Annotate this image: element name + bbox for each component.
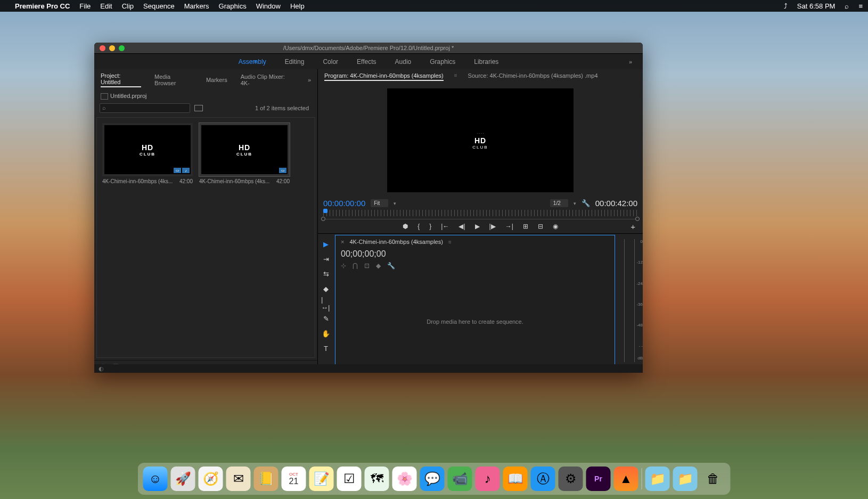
- ripple-edit-tool-icon[interactable]: ⇆: [321, 269, 331, 279]
- add-marker-timeline-icon[interactable]: ◆: [376, 262, 381, 269]
- dock-premiere-icon[interactable]: Pr: [586, 467, 611, 491]
- close-window-button[interactable]: [100, 45, 105, 51]
- linked-selection-icon[interactable]: ⊡: [364, 262, 370, 269]
- pen-tool-icon[interactable]: ✎: [321, 314, 331, 323]
- zoom-window-button[interactable]: [119, 45, 125, 51]
- go-to-out-icon[interactable]: →|: [505, 223, 513, 230]
- mark-out-icon[interactable]: }: [429, 223, 431, 230]
- workspace-color[interactable]: Color: [323, 58, 338, 66]
- export-frame-icon[interactable]: ◉: [553, 223, 558, 230]
- track-select-tool-icon[interactable]: ⇥: [321, 254, 331, 264]
- system-tray-icon[interactable]: ⤴: [784, 2, 788, 10]
- dock-calendar-icon[interactable]: OCT21: [282, 467, 306, 491]
- menu-file[interactable]: File: [79, 2, 91, 10]
- snap-icon[interactable]: ⋂: [353, 262, 358, 269]
- menu-sequence[interactable]: Sequence: [143, 2, 175, 10]
- insert-sequence-icon[interactable]: ⊹: [341, 262, 346, 269]
- tab-media-browser[interactable]: Media Browser: [154, 73, 193, 86]
- app-menu[interactable]: Premiere Pro CC: [15, 2, 70, 10]
- new-bin-from-search-icon[interactable]: [194, 105, 203, 111]
- dock-photos-icon[interactable]: 🌸: [392, 467, 417, 491]
- dock-ibooks-icon[interactable]: 📖: [503, 467, 528, 491]
- panel-tabs-overflow-icon[interactable]: »: [308, 77, 311, 83]
- extract-icon[interactable]: ⊟: [538, 223, 543, 230]
- dock-appstore-icon[interactable]: Ⓐ: [531, 467, 555, 491]
- dock-contacts-icon[interactable]: 📒: [254, 467, 279, 491]
- timeline-settings-icon[interactable]: 🔧: [387, 262, 395, 269]
- go-to-in-icon[interactable]: |←: [441, 223, 449, 230]
- dock-affinity-icon[interactable]: ▲: [614, 467, 638, 491]
- dock-reminders-icon[interactable]: ☑: [337, 467, 362, 491]
- project-search-input[interactable]: [100, 103, 190, 113]
- program-panel-menu-icon[interactable]: ≡: [454, 72, 457, 81]
- dock-folder-icon[interactable]: 📁: [645, 467, 670, 491]
- dock-launchpad-icon[interactable]: 🚀: [171, 467, 195, 491]
- workspace-effects[interactable]: Effects: [357, 58, 376, 66]
- menu-markers[interactable]: Markers: [184, 2, 209, 10]
- menubar-clock[interactable]: Sat 6:58 PM: [797, 2, 836, 10]
- control-center-icon[interactable]: ≡: [858, 2, 863, 10]
- tab-project[interactable]: Project: Untitled: [101, 72, 141, 87]
- menu-window[interactable]: Window: [256, 2, 281, 10]
- dock-notes-icon[interactable]: 📝: [309, 467, 334, 491]
- dock-itunes-icon[interactable]: ♪: [476, 467, 500, 491]
- minimize-window-button[interactable]: [109, 45, 115, 51]
- slip-tool-icon[interactable]: |↔|: [321, 299, 331, 308]
- tab-markers[interactable]: Markers: [206, 77, 227, 83]
- selection-tool-icon[interactable]: ▶: [321, 239, 331, 249]
- workspace-overflow-icon[interactable]: »: [629, 59, 632, 65]
- zoom-fit-dropdown[interactable]: Fit: [371, 199, 388, 207]
- settings-wrench-icon[interactable]: 🔧: [582, 199, 590, 207]
- clip-item[interactable]: HDCLUB ▭♪ 4K-Chimei-inn-60mbps (4ks...42…: [102, 123, 193, 184]
- lift-icon[interactable]: ⊞: [523, 223, 528, 230]
- playback-resolution-dropdown[interactable]: 1/2: [550, 199, 568, 207]
- mark-in-icon[interactable]: {: [417, 223, 420, 230]
- program-time-ruler[interactable]: [323, 210, 637, 219]
- titlebar[interactable]: /Users/dmx/Documents/Adobe/Premiere Pro/…: [94, 43, 643, 53]
- program-timecode-current[interactable]: 00:00:00:00: [323, 199, 365, 208]
- hand-tool-icon[interactable]: ✋: [321, 329, 331, 338]
- timeline-timecode[interactable]: 00;00;00;00: [335, 248, 615, 260]
- workspace-panel-menu-icon[interactable]: ≡: [254, 59, 258, 64]
- tab-source-monitor[interactable]: Source: 4K-Chimei-inn-60mbps (4ksamples)…: [468, 72, 598, 81]
- dock-maps-icon[interactable]: 🗺: [365, 467, 389, 491]
- step-back-icon[interactable]: ◀|: [458, 223, 465, 230]
- dock-facetime-icon[interactable]: 📹: [448, 467, 472, 491]
- playhead-icon[interactable]: [323, 209, 327, 213]
- dock-system-preferences-icon[interactable]: ⚙: [559, 467, 583, 491]
- menu-clip[interactable]: Clip: [122, 2, 134, 10]
- dock-trash-icon[interactable]: 🗑: [701, 467, 725, 491]
- workspace-graphics[interactable]: Graphics: [430, 58, 455, 66]
- play-icon[interactable]: ▶: [475, 223, 480, 230]
- timeline-panel-menu-icon[interactable]: ≡: [448, 239, 452, 245]
- spotlight-icon[interactable]: ⌕: [845, 2, 849, 10]
- project-bin[interactable]: HDCLUB ▭♪ 4K-Chimei-inn-60mbps (4ks...42…: [96, 117, 315, 358]
- type-tool-icon[interactable]: T: [321, 343, 331, 353]
- step-forward-icon[interactable]: |▶: [489, 223, 496, 230]
- menu-edit[interactable]: Edit: [100, 2, 112, 10]
- dock-messages-icon[interactable]: 💬: [420, 467, 445, 491]
- workspace-assembly[interactable]: Assembly: [239, 58, 266, 66]
- workspace-libraries[interactable]: Libraries: [474, 58, 498, 66]
- dock-finder-icon[interactable]: ☺: [143, 467, 168, 491]
- button-editor-icon[interactable]: +: [630, 222, 635, 231]
- sequence-name: 4K-Chimei-inn-60mbps (4ksamples): [349, 239, 443, 245]
- timeline-panel[interactable]: × 4K-Chimei-inn-60mbps (4ksamples) ≡ 00;…: [335, 235, 615, 372]
- dock-mail-icon[interactable]: ✉: [226, 467, 251, 491]
- tab-program-monitor[interactable]: Program: 4K-Chimei-inn-60mbps (4ksamples…: [324, 72, 444, 81]
- workspace-editing[interactable]: Editing: [285, 58, 305, 66]
- window-title: /Users/dmx/Documents/Adobe/Premiere Pro/…: [94, 45, 643, 51]
- menu-help[interactable]: Help: [290, 2, 305, 10]
- dock-safari-icon[interactable]: 🧭: [199, 467, 223, 491]
- add-marker-icon[interactable]: ⬢: [403, 223, 408, 230]
- workspace-audio[interactable]: Audio: [395, 58, 412, 66]
- clip-item-selected[interactable]: HDCLUB ▭ 4K-Chimei-inn-60mbps (4ks...42:…: [199, 123, 290, 184]
- clip-duration: 42:00: [179, 178, 193, 184]
- program-video-display[interactable]: · · · · HD CLUB: [387, 88, 574, 192]
- menu-graphics[interactable]: Graphics: [219, 2, 247, 10]
- sync-settings-icon[interactable]: ◐: [99, 365, 104, 372]
- tab-audio-mixer[interactable]: Audio Clip Mixer: 4K-: [241, 73, 294, 86]
- timeline-close-icon[interactable]: ×: [341, 239, 344, 245]
- razor-tool-icon[interactable]: ◆: [321, 284, 331, 293]
- dock-downloads-icon[interactable]: 📁: [673, 467, 698, 491]
